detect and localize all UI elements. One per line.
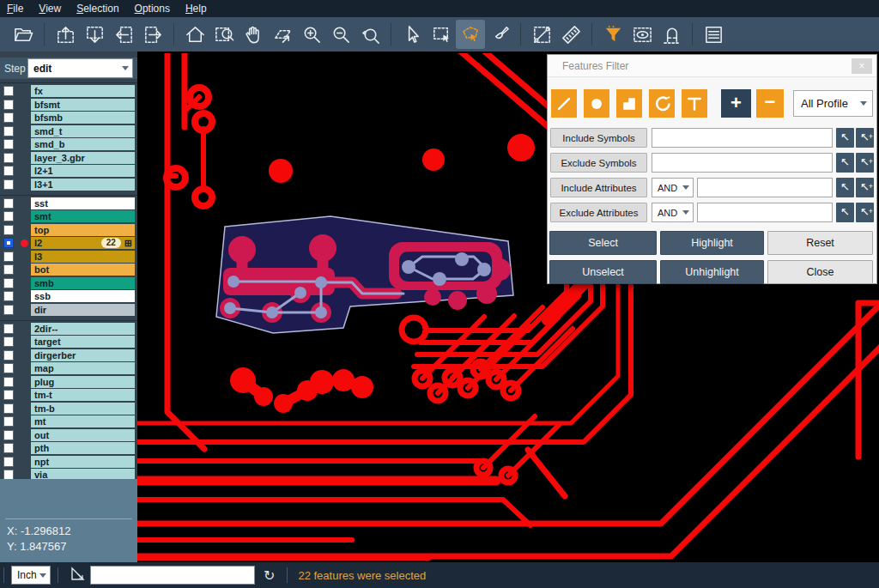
layer-name-tm-b[interactable]: tm-b [31,403,135,415]
text-feature-icon[interactable] [682,89,707,118]
layer-row-l2+1[interactable]: l2+1 [0,165,137,177]
layer-row-smd_b[interactable]: smd_b [0,138,137,150]
layer-row-bfsmt[interactable]: bfsmt [0,99,137,111]
layer-checkbox-mt[interactable] [3,416,14,427]
layer-checkbox-top[interactable] [3,225,14,235]
layer-row-bot[interactable]: bot [0,264,137,276]
layer-name-target[interactable]: target [31,336,135,348]
layer-checkbox-tm-b[interactable] [3,403,14,414]
layer-name-smt[interactable]: smt [31,210,135,222]
layer-row-fx[interactable]: fx [0,85,137,97]
remove-filter-button[interactable]: − [756,89,784,118]
layer-name-bfsmb[interactable]: bfsmb [31,112,135,124]
layer-name-l2[interactable]: l222⊞ [31,237,135,249]
layer-checkbox-l3+1[interactable] [3,179,14,190]
command-input[interactable] [90,566,255,585]
step-dropdown[interactable]: edit [27,58,133,78]
pan-right-icon[interactable] [138,20,167,49]
layer-checkbox-l3[interactable] [3,252,14,262]
layer-name-l2+1[interactable]: l2+1 [31,165,135,177]
layer-name-sst[interactable]: sst [31,197,135,209]
select-button[interactable]: Select [549,231,657,255]
filter-value-input[interactable] [697,178,833,197]
layer-name-smb[interactable]: smb [31,277,135,289]
ruler-icon[interactable] [556,20,585,49]
zoom-previous-icon[interactable] [355,20,385,49]
layer-checkbox-npt[interactable] [3,457,14,467]
profile-dropdown[interactable]: All Profile [793,90,873,117]
layer-name-bot[interactable]: bot [31,264,135,276]
pick-from-screen-icon[interactable]: ↖ [836,153,854,173]
sync-icon[interactable]: ↻ [264,567,275,584]
home-icon[interactable] [180,20,209,49]
close-icon[interactable]: × [852,58,872,74]
filter-funnel-icon[interactable] [598,20,627,49]
layer-name-plug[interactable]: plug [31,376,135,388]
layer-checkbox-2dir--[interactable] [3,324,14,334]
highlight-button[interactable]: Highlight [660,231,764,255]
layer-row-mt[interactable]: mt [0,415,137,427]
arc-feature-icon[interactable] [649,89,675,118]
layer-row-smd_t[interactable]: smd_t [0,125,137,137]
angle-measure-icon[interactable] [70,567,85,585]
menu-item-file[interactable]: File [7,3,23,15]
pan-down-icon[interactable] [80,20,109,49]
pan-left-icon[interactable] [109,20,138,49]
layer-row-target[interactable]: target [0,336,137,348]
layer-name-ssb[interactable]: ssb [31,290,135,302]
layer-row-2dir--[interactable]: 2dir-- [0,323,137,335]
layer-checkbox-fx[interactable] [3,86,14,96]
layer-checkbox-smd_b[interactable] [3,139,14,149]
surface-feature-icon[interactable] [616,89,642,118]
layer-row-pth[interactable]: pth [0,442,137,454]
reset-button[interactable]: Reset [767,231,873,255]
layer-checkbox-bfsmt[interactable] [3,100,14,110]
layer-checkbox-out[interactable] [3,430,14,440]
pad-feature-icon[interactable] [584,89,609,118]
pick-add-from-screen-icon[interactable]: ↖+ [856,203,874,222]
layer-name-map[interactable]: map [31,362,135,374]
layer-row-smb[interactable]: smb [0,277,137,289]
layer-checkbox-l2[interactable] [3,238,14,248]
dialog-title-bar[interactable]: Features Filter × [548,55,876,77]
layer-checkbox-layer_3.gbr[interactable] [3,153,14,163]
brush-icon[interactable] [485,20,514,49]
layer-checkbox-ssb[interactable] [3,291,14,301]
add-filter-button[interactable]: + [721,89,751,118]
layer-row-layer_3.gbr[interactable]: layer_3.gbr [0,152,137,164]
layer-name-out[interactable]: out [31,429,135,441]
layer-name-dir[interactable]: dir [31,304,135,316]
layer-row-ssb[interactable]: ssb [0,290,137,302]
filter-label-button[interactable]: Include Symbols [550,128,647,148]
zoom-area-icon[interactable] [209,20,239,49]
open-folder-icon[interactable] [9,20,38,49]
layer-checkbox-dir[interactable] [3,305,14,315]
layer-row-map[interactable]: map [0,362,137,374]
layer-checkbox-smb[interactable] [3,278,14,288]
layer-name-bfsmt[interactable]: bfsmt [31,99,135,111]
form-panel-icon[interactable] [699,20,728,49]
layer-row-l2[interactable]: l222⊞ [0,237,137,249]
layer-name-fx[interactable]: fx [31,85,135,97]
layer-row-l3[interactable]: l3 [0,251,137,263]
filter-value-input[interactable] [697,203,833,222]
layer-name-l3[interactable]: l3 [31,251,135,263]
layer-name-smd_t[interactable]: smd_t [31,125,135,137]
layer-name-2dir--[interactable]: 2dir-- [31,323,135,335]
pan-up-icon[interactable] [51,20,80,49]
unhighlight-button[interactable]: Unhighlight [660,260,764,284]
pick-add-from-screen-icon[interactable]: ↖+ [856,178,874,197]
layer-checkbox-sst[interactable] [3,198,14,209]
menu-item-selection[interactable]: Selection [76,3,118,15]
view-box-icon[interactable] [627,20,657,49]
selection-polygon[interactable] [216,216,513,333]
layer-checkbox-map[interactable] [3,363,14,373]
layer-row-smt[interactable]: smt [0,210,137,222]
select-arrow-icon[interactable] [397,20,427,49]
layer-row-top[interactable]: top [0,224,137,236]
line-feature-icon[interactable] [551,89,577,118]
snap-magnet-icon[interactable] [657,20,686,49]
layer-checkbox-pth[interactable] [3,443,14,453]
layer-name-npt[interactable]: npt [31,456,135,468]
pick-add-from-screen-icon[interactable]: ↖+ [856,153,874,173]
